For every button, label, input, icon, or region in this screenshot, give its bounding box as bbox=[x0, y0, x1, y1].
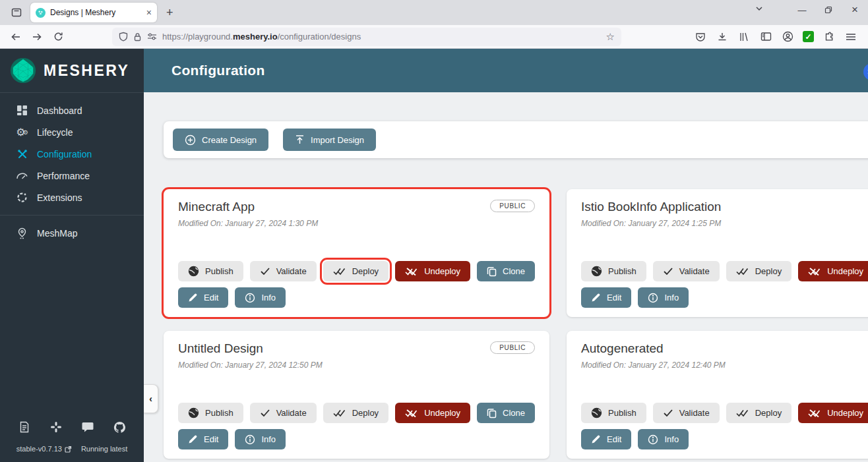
sidebar-item-label: MeshMap bbox=[37, 228, 77, 239]
pocket-icon[interactable] bbox=[694, 30, 707, 43]
double-check-slash-icon bbox=[405, 409, 418, 418]
double-check-icon bbox=[736, 409, 749, 417]
reload-button[interactable] bbox=[49, 28, 67, 46]
firefox-view-icon[interactable] bbox=[8, 4, 25, 21]
undeploy-button[interactable]: Undeploy bbox=[798, 403, 868, 423]
download-icon[interactable] bbox=[716, 30, 729, 43]
new-tab-button[interactable]: + bbox=[166, 6, 173, 20]
sidebar-item-configuration[interactable]: Configuration bbox=[0, 143, 144, 165]
account-icon[interactable] bbox=[781, 30, 794, 43]
kubernetes-icon bbox=[863, 63, 868, 80]
sidebar-item-performance[interactable]: Performance bbox=[0, 165, 144, 187]
github-icon[interactable] bbox=[112, 420, 127, 434]
forward-button[interactable] bbox=[28, 28, 46, 46]
modified-timestamp: Modified On: January 27, 2024 1:30 PM bbox=[178, 219, 535, 228]
chat-icon[interactable] bbox=[80, 420, 95, 434]
meshery-favicon bbox=[36, 8, 46, 18]
import-design-button[interactable]: Import Design bbox=[283, 129, 376, 151]
bookmark-star-icon[interactable]: ☆ bbox=[606, 31, 615, 43]
info-button[interactable]: Info bbox=[638, 429, 689, 449]
sidebar: MESHERY Dashboard ⚙⚙ Lifecycle Configura… bbox=[0, 49, 144, 462]
publish-button[interactable]: Publish bbox=[581, 403, 646, 423]
double-check-slash-icon bbox=[808, 267, 821, 276]
undeploy-button[interactable]: Undeploy bbox=[395, 261, 470, 281]
design-card: Autogenerated PUBLIC Modified On: Januar… bbox=[567, 331, 868, 459]
globe-icon bbox=[188, 266, 199, 277]
edit-button[interactable]: Edit bbox=[581, 429, 631, 449]
content-area: Create Design Import Design Minecraft Ap… bbox=[144, 92, 868, 462]
permissions-icon[interactable] bbox=[147, 32, 157, 41]
deploy-button[interactable]: Deploy bbox=[726, 261, 791, 281]
visibility-badge: PUBLIC bbox=[490, 341, 535, 354]
publish-button[interactable]: Publish bbox=[581, 261, 646, 281]
brand[interactable]: MESHERY bbox=[0, 49, 144, 92]
undeploy-button[interactable]: Undeploy bbox=[395, 403, 470, 423]
window-restore-button[interactable] bbox=[815, 0, 842, 20]
edit-button[interactable]: Edit bbox=[581, 287, 631, 308]
sidebar-item-label: Extensions bbox=[37, 192, 82, 203]
kubernetes-context-button[interactable]: 2 bbox=[863, 61, 868, 80]
edit-button[interactable]: Edit bbox=[178, 287, 228, 308]
validate-button[interactable]: Validate bbox=[653, 261, 720, 281]
card-actions: Publish Validate Deploy Undeploy Clone bbox=[178, 261, 535, 308]
sidebar-item-label: Lifecycle bbox=[37, 127, 73, 138]
browser-toolbar-icons: ✓ bbox=[694, 30, 861, 43]
window-close-button[interactable]: × bbox=[842, 0, 868, 20]
main-area: Configuration 2 ⚙ bbox=[144, 49, 868, 462]
publish-button[interactable]: Publish bbox=[178, 261, 243, 281]
sidebar-nav: Dashboard ⚙⚙ Lifecycle Configuration Per… bbox=[0, 93, 144, 244]
doc-icon[interactable] bbox=[17, 420, 32, 434]
back-button[interactable] bbox=[7, 28, 25, 46]
extension-check-icon[interactable]: ✓ bbox=[803, 31, 814, 42]
deploy-button[interactable]: Deploy bbox=[726, 403, 791, 423]
lock-icon[interactable] bbox=[133, 32, 142, 42]
url-text[interactable]: https://playground.meshery.io/configurat… bbox=[162, 32, 601, 42]
sidebar-item-meshmap[interactable]: MeshMap bbox=[0, 222, 144, 244]
undeploy-button[interactable]: Undeploy bbox=[798, 261, 868, 281]
info-button[interactable]: Info bbox=[235, 287, 286, 308]
sidebar-collapse-button[interactable]: ‹ bbox=[144, 384, 158, 413]
deploy-button[interactable]: Deploy bbox=[323, 403, 388, 423]
sidebar-item-extensions[interactable]: Extensions bbox=[0, 187, 144, 208]
info-icon bbox=[648, 434, 658, 445]
shield-icon[interactable] bbox=[119, 32, 128, 42]
library-icon[interactable] bbox=[737, 30, 751, 43]
slack-icon[interactable] bbox=[49, 420, 63, 434]
url-bar[interactable]: https://playground.meshery.io/configurat… bbox=[112, 28, 621, 46]
info-button[interactable]: Info bbox=[235, 429, 286, 449]
version-label[interactable]: stable-v0.7.13 bbox=[16, 445, 72, 453]
deploy-button[interactable]: Deploy bbox=[323, 261, 388, 281]
sidebar-item-lifecycle[interactable]: ⚙⚙ Lifecycle bbox=[0, 121, 144, 143]
menu-hamburger-icon[interactable] bbox=[844, 30, 857, 43]
sidebar-item-label: Dashboard bbox=[37, 105, 82, 116]
tab-close-icon[interactable]: × bbox=[146, 7, 152, 18]
create-design-button[interactable]: Create Design bbox=[173, 129, 268, 151]
cards-grid: Minecraft App PUBLIC Modified On: Januar… bbox=[164, 189, 868, 459]
check-icon bbox=[663, 409, 673, 417]
validate-button[interactable]: Validate bbox=[250, 261, 317, 281]
clone-button[interactable]: Clone bbox=[477, 261, 535, 281]
check-icon bbox=[663, 267, 673, 275]
design-title: Minecraft App bbox=[178, 200, 255, 214]
window-controls: — × bbox=[789, 0, 868, 20]
tab-list-chevron-icon[interactable] bbox=[755, 4, 764, 16]
edit-button[interactable]: Edit bbox=[178, 429, 228, 449]
design-title: Untitled Design bbox=[178, 341, 263, 356]
clone-icon bbox=[487, 408, 497, 419]
validate-button[interactable]: Validate bbox=[653, 403, 720, 423]
publish-button[interactable]: Publish bbox=[178, 403, 243, 423]
clone-button[interactable]: Clone bbox=[477, 403, 535, 423]
validate-button[interactable]: Validate bbox=[250, 403, 317, 423]
browser-tab[interactable]: Designs | Meshery × bbox=[30, 3, 157, 22]
sidebar-item-label: Performance bbox=[37, 171, 90, 181]
window-minimize-button[interactable]: — bbox=[789, 0, 815, 20]
design-title: Istio BookInfo Application bbox=[581, 200, 721, 214]
extensions-puzzle-icon[interactable] bbox=[822, 30, 836, 43]
sidebar-separator bbox=[0, 215, 144, 216]
sidebar-footer: stable-v0.7.13 Running latest bbox=[0, 420, 144, 462]
double-check-slash-icon bbox=[808, 409, 821, 418]
sidebar-item-dashboard[interactable]: Dashboard bbox=[0, 100, 144, 121]
sidebar-toggle-icon[interactable] bbox=[759, 30, 772, 43]
design-title: Autogenerated bbox=[581, 341, 664, 356]
info-button[interactable]: Info bbox=[638, 287, 689, 308]
